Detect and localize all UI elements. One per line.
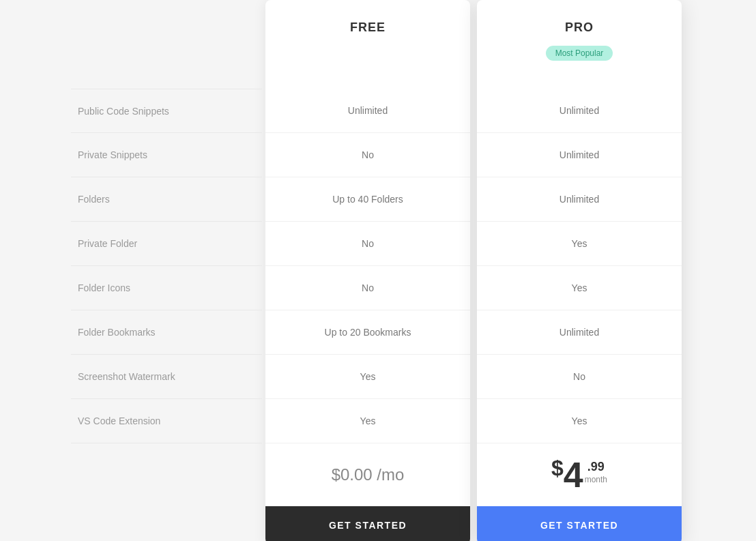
free-value-vs-code: Yes: [265, 399, 470, 443]
pro-price-cents-period: .99 month: [585, 457, 607, 484]
feature-label-3: Private Folder: [78, 238, 137, 249]
pro-price-dollar: $: [551, 457, 564, 479]
free-plan-column: FREE Unlimited No Up to 40 Folders No No…: [265, 0, 470, 541]
feature-row-2: Folders: [71, 177, 262, 222]
feature-label-6: Screenshot Watermark: [78, 371, 175, 382]
most-popular-badge: Most Popular: [546, 46, 613, 61]
feature-row-4: Folder Icons: [71, 266, 262, 310]
pro-value-private-folder: Yes: [477, 222, 682, 266]
free-plan-price: $0.00 /mo: [265, 443, 470, 506]
features-overlay: Public Code SnippetsPrivate SnippetsFold…: [71, 89, 262, 443]
pro-value-vs-code: Yes: [477, 399, 682, 443]
pro-get-started-button[interactable]: GET STARTED: [477, 506, 682, 541]
free-value-private-folder: No: [265, 222, 470, 266]
free-get-started-button[interactable]: GET STARTED: [265, 506, 470, 541]
feature-row-7: VS Code Extension: [71, 399, 262, 443]
feature-label-7: VS Code Extension: [78, 415, 160, 426]
feature-row-1: Private Snippets: [71, 133, 262, 177]
pro-value-screenshot-watermark: No: [477, 355, 682, 399]
pro-plan-header: PRO Most Popular: [477, 0, 682, 89]
feature-row-5: Folder Bookmarks: [71, 310, 262, 355]
pro-price-amount: 4: [564, 457, 583, 493]
feature-row-0: Public Code Snippets: [71, 89, 262, 133]
free-value-screenshot-watermark: Yes: [265, 355, 470, 399]
pro-plan-name: PRO: [565, 20, 594, 35]
free-plan-header: FREE: [265, 0, 470, 89]
feature-label-0: Public Code Snippets: [78, 106, 169, 117]
feature-row-6: Screenshot Watermark: [71, 355, 262, 399]
pro-value-folder-icons: Yes: [477, 266, 682, 310]
pro-price-period: month: [585, 475, 607, 484]
pro-plan-column: PRO Most Popular Unlimited Unlimited Unl…: [477, 0, 682, 541]
free-value-public-snippets: Unlimited: [265, 89, 470, 133]
free-value-folders: Up to 40 Folders: [265, 177, 470, 222]
free-plan-name: FREE: [350, 20, 386, 35]
pro-value-folder-bookmarks: Unlimited: [477, 310, 682, 355]
feature-label-4: Folder Icons: [78, 282, 130, 293]
feature-label-2: Folders: [78, 194, 110, 205]
free-value-private-snippets: No: [265, 133, 470, 177]
free-value-folder-icons: No: [265, 266, 470, 310]
pro-price-display: $ 4 .99 month: [551, 457, 607, 493]
pro-value-private-snippets: Unlimited: [477, 133, 682, 177]
feature-label-1: Private Snippets: [78, 149, 147, 160]
free-price-value: $0.00 /mo: [332, 465, 405, 484]
free-value-folder-bookmarks: Up to 20 Bookmarks: [265, 310, 470, 355]
pro-value-public-snippets: Unlimited: [477, 89, 682, 133]
feature-row-3: Private Folder: [71, 222, 262, 266]
feature-label-5: Folder Bookmarks: [78, 327, 156, 338]
pro-value-folders: Unlimited: [477, 177, 682, 222]
pro-plan-price: $ 4 .99 month: [477, 443, 682, 506]
pricing-table: FREE Unlimited No Up to 40 Folders No No…: [71, 0, 685, 541]
pro-price-cents: .99: [585, 460, 607, 475]
